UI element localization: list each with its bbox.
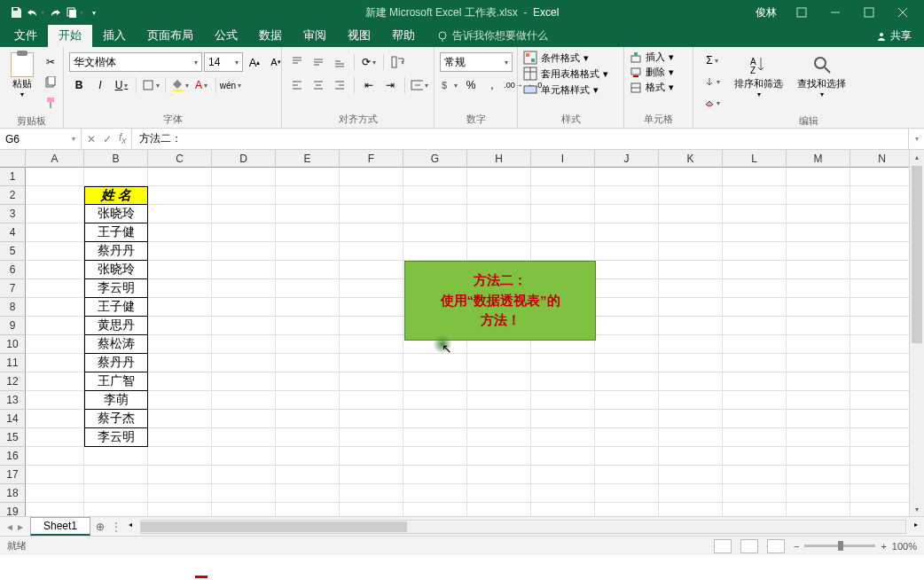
cell-D15[interactable] [212,428,276,447]
cell-B7[interactable]: 李云明 [84,279,148,298]
cell-M11[interactable] [787,354,850,372]
increase-indent-icon[interactable]: ⇥ [380,75,400,95]
align-middle-icon[interactable] [309,52,328,72]
cell-A11[interactable] [26,354,84,372]
cell-J18[interactable] [595,484,659,503]
sheet-nav-next-icon[interactable]: ▸ [18,521,23,533]
cell-M8[interactable] [787,298,850,317]
row-header-7[interactable]: 7 [0,279,26,298]
align-right-icon[interactable] [330,75,349,95]
cell-D2[interactable] [212,186,276,205]
cell-A8[interactable] [26,298,84,317]
cell-F11[interactable] [340,354,403,372]
sheet-nav-prev-icon[interactable]: ◂ [7,521,12,533]
cell-E7[interactable] [276,279,340,298]
cell-M10[interactable] [787,335,850,354]
cell-L15[interactable] [723,428,787,447]
cell-H4[interactable] [467,223,531,242]
cell-C18[interactable] [148,484,212,503]
tab-insert[interactable]: 插入 [92,24,137,47]
cell-F4[interactable] [340,223,403,242]
col-header-B[interactable]: B [84,150,148,168]
cell-H2[interactable] [467,186,531,205]
merge-cells-icon[interactable] [410,75,429,95]
cell-G4[interactable] [403,223,467,242]
tell-me[interactable]: 告诉我你想要做什么 [426,25,559,47]
cell-I3[interactable] [531,205,595,223]
cell-J14[interactable] [595,410,659,428]
cell-K17[interactable] [659,466,723,484]
cell-N6[interactable] [850,261,914,279]
cell-B12[interactable]: 王广智 [84,372,148,391]
col-header-I[interactable]: I [531,150,595,168]
vscroll-thumb[interactable] [912,166,922,343]
cell-L12[interactable] [723,372,787,391]
cell-H17[interactable] [467,466,531,484]
row-header-9[interactable]: 9 [0,317,26,335]
col-header-L[interactable]: L [723,150,787,168]
cancel-formula-icon[interactable]: ✕ [87,133,96,145]
cell-I14[interactable] [531,410,595,428]
cell-D13[interactable] [212,391,276,410]
cell-C16[interactable] [148,447,212,466]
cell-I18[interactable] [531,484,595,503]
cell-C6[interactable] [148,261,212,279]
sheet-tab[interactable]: Sheet1 [30,517,90,536]
cell-F3[interactable] [340,205,403,223]
percent-icon[interactable]: % [461,75,481,95]
cell-E9[interactable] [276,317,340,335]
cell-L10[interactable] [723,335,787,354]
cell-D1[interactable] [212,168,276,186]
phonetic-icon[interactable]: wén [221,75,240,95]
cell-M13[interactable] [787,391,850,410]
cell-L1[interactable] [723,168,787,186]
col-header-J[interactable]: J [595,150,659,168]
cell-I1[interactable] [531,168,595,186]
row-header-12[interactable]: 12 [0,372,26,391]
cell-L18[interactable] [723,484,787,503]
cell-G16[interactable] [403,447,467,466]
close-icon[interactable] [887,0,919,25]
col-header-D[interactable]: D [212,150,276,168]
col-header-F[interactable]: F [340,150,403,168]
cell-C8[interactable] [148,298,212,317]
cell-A7[interactable] [26,279,84,298]
cell-F10[interactable] [340,335,403,354]
cell-A5[interactable] [26,242,84,261]
col-header-E[interactable]: E [276,150,340,168]
cell-B2[interactable]: 姓 名 [84,186,148,205]
italic-button[interactable]: I [90,75,110,95]
cell-E11[interactable] [276,354,340,372]
cell-J6[interactable] [595,261,659,279]
cell-L9[interactable] [723,317,787,335]
row-header-5[interactable]: 5 [0,242,26,261]
cell-N2[interactable] [850,186,914,205]
row-header-6[interactable]: 6 [0,261,26,279]
cell-E13[interactable] [276,391,340,410]
cell-J17[interactable] [595,466,659,484]
cell-L5[interactable] [723,242,787,261]
cell-L11[interactable] [723,354,787,372]
delete-cells-button[interactable]: 删除 ▾ [630,66,674,79]
cell-D16[interactable] [212,447,276,466]
zoom-out-icon[interactable]: − [794,541,799,552]
cell-E1[interactable] [276,168,340,186]
formula-input[interactable]: 方法二： [132,129,908,149]
cell-M14[interactable] [787,410,850,428]
cell-B13[interactable]: 李萌 [84,391,148,410]
cell-D4[interactable] [212,223,276,242]
zoom-control[interactable]: − + 100% [794,541,917,552]
cell-G3[interactable] [403,205,467,223]
row-header-11[interactable]: 11 [0,354,26,372]
cell-I16[interactable] [531,447,595,466]
cell-N1[interactable] [850,168,914,186]
cell-A9[interactable] [26,317,84,335]
cell-C17[interactable] [148,466,212,484]
cell-K15[interactable] [659,428,723,447]
cell-E17[interactable] [276,466,340,484]
cell-J8[interactable] [595,298,659,317]
cell-M2[interactable] [787,186,850,205]
cell-B10[interactable]: 蔡松涛 [84,335,148,354]
wrap-text-icon[interactable] [388,52,408,72]
cell-E5[interactable] [276,242,340,261]
